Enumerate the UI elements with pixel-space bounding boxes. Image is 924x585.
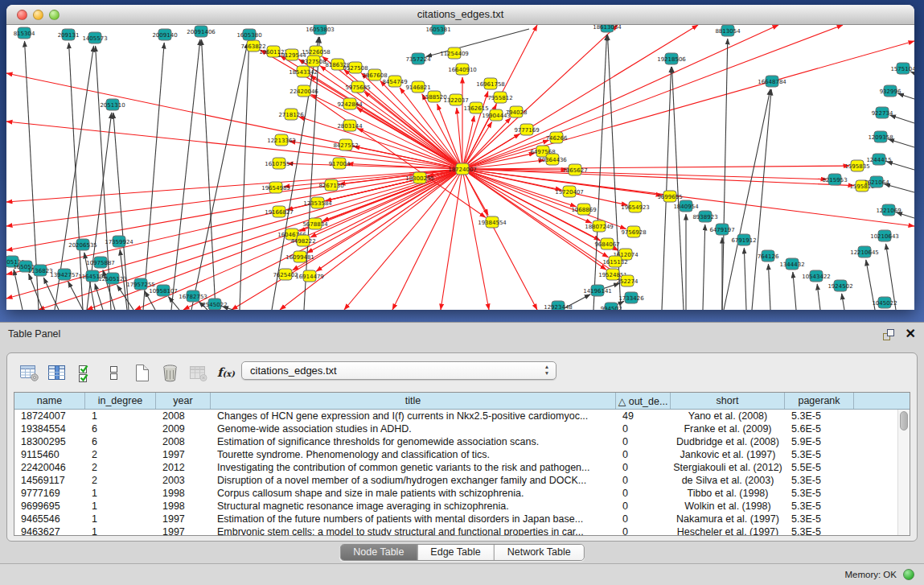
cell-out-de-[interactable]: 0	[616, 448, 671, 461]
graph-node[interactable]: 1209358	[868, 131, 893, 142]
graph-edge[interactable]	[703, 225, 705, 310]
graph-edge[interactable]	[191, 43, 248, 310]
cell-in-degree[interactable]: 2	[85, 461, 156, 474]
graph-node[interactable]: 19654923	[621, 201, 650, 212]
graph-node[interactable]: 1068869	[571, 204, 596, 215]
cell-out-de-[interactable]: 0	[616, 461, 671, 474]
column-header-in-degree[interactable]: in_degree	[85, 393, 156, 409]
cell-name[interactable]: 18724007	[14, 410, 85, 422]
graph-node[interactable]: 16099481	[285, 251, 314, 262]
cell-pagerank[interactable]: 5.3E-5	[785, 500, 854, 513]
table-row[interactable]: 946554611997Estimation of the future num…	[14, 513, 910, 525]
cell-year[interactable]: 2003	[156, 474, 211, 487]
window-titlebar[interactable]: citations_edges.txt	[6, 5, 914, 25]
graph-edge[interactable]	[6, 169, 462, 299]
graph-node[interactable]: 922734	[872, 107, 893, 118]
graph-edge[interactable]	[462, 169, 827, 179]
graph-node[interactable]: 932996	[880, 85, 901, 97]
graph-node[interactable]: 16107554	[265, 158, 294, 169]
cell-out-de-[interactable]: 0	[616, 500, 671, 513]
cell-year[interactable]: 2009	[156, 422, 211, 435]
graph-edge[interactable]	[69, 43, 83, 310]
cell-short[interactable]: Jankovic et al. (1997)	[671, 448, 785, 461]
memory-status-indicator[interactable]	[903, 569, 914, 580]
cell-out-de-[interactable]: 49	[616, 410, 671, 422]
graph-node[interactable]: 7955812	[487, 92, 512, 103]
cell-in-degree[interactable]: 6	[85, 435, 156, 448]
graph-edge[interactable]	[744, 248, 746, 310]
graph-node[interactable]: 764126	[758, 250, 779, 262]
cell-pagerank[interactable]: 5.9E-5	[785, 435, 854, 448]
cell-short[interactable]: Dudbridge et al. (2008)	[671, 435, 785, 448]
graph-node[interactable]: 10975887	[86, 257, 115, 268]
cell-pagerank[interactable]: 5.3E-5	[785, 448, 854, 461]
cell-title[interactable]: Estimation of the future numbers of pati…	[211, 513, 616, 525]
cell-in-degree[interactable]: 1	[85, 500, 156, 513]
cell-name[interactable]: 9463627	[14, 525, 85, 536]
graph-node[interactable]: 1840954	[673, 200, 699, 212]
cell-name[interactable]: 19384554	[14, 422, 85, 435]
table-row[interactable]: 1938455462009Genome-wide association stu…	[14, 422, 910, 435]
tab-network-table[interactable]: Network Table	[495, 545, 584, 560]
cell-title[interactable]: Changes of HCN gene expression and I(f) …	[211, 410, 616, 422]
graph-edge[interactable]	[722, 39, 728, 310]
graph-node[interactable]: 12923448	[544, 301, 573, 310]
cell-name[interactable]: 9777169	[14, 487, 85, 500]
graph-node[interactable]: 22420046	[290, 85, 318, 97]
cell-pagerank[interactable]: 5.3E-5	[785, 525, 854, 536]
cell-in-degree[interactable]: 1	[85, 487, 156, 500]
cell-short[interactable]: Yano et al. (2008)	[671, 410, 785, 422]
graph-node[interactable]: 7357224	[405, 53, 431, 64]
show-column-icon[interactable]	[47, 360, 68, 385]
column-header-out-de-[interactable]: △ out_de...	[616, 393, 671, 409]
graph-node[interactable]: 815304	[14, 27, 35, 39]
graph-edge[interactable]	[6, 169, 462, 226]
graph-edge[interactable]	[143, 43, 164, 310]
cell-pagerank[interactable]: 5.3E-5	[785, 513, 854, 525]
graph-node[interactable]: 14196141	[583, 285, 612, 296]
cell-name[interactable]: 18300295	[14, 435, 85, 448]
graph-node[interactable]: 1045022	[872, 297, 897, 308]
column-header-pagerank[interactable]: pagerank	[785, 393, 854, 409]
graph-node[interactable]: 6479197	[709, 224, 734, 235]
cell-title[interactable]: Estimation of significance thresholds fo…	[211, 435, 616, 448]
cell-out-de-[interactable]: 0	[616, 422, 671, 435]
cell-title[interactable]: Genome-wide association studies in ADHD.	[211, 422, 616, 435]
table-scrollbar[interactable]	[897, 410, 910, 535]
graph-edge[interactable]	[310, 76, 462, 169]
cell-title[interactable]: Disruption of a novel member of a sodium…	[211, 474, 616, 487]
cell-year[interactable]: 2012	[156, 461, 211, 474]
graph-node[interactable]: 2718126	[278, 109, 304, 120]
graph-edge[interactable]	[671, 67, 684, 310]
cell-year[interactable]: 1997	[156, 525, 211, 536]
close-panel-icon[interactable]: ✕	[906, 326, 916, 341]
graph-node[interactable]: 8938923	[692, 211, 717, 222]
tab-node-table[interactable]: Node Table	[340, 545, 417, 560]
graph-node[interactable]: 1244415	[866, 154, 891, 165]
cell-in-degree[interactable]: 1	[85, 513, 156, 525]
graph-node[interactable]: 20091406	[187, 26, 216, 37]
float-panel-icon[interactable]	[882, 328, 897, 341]
graph-node[interactable]: 8215953	[822, 174, 847, 185]
network-window[interactable]: citations_edges.txt 18724007271812612213…	[6, 5, 914, 310]
cell-in-degree[interactable]: 2	[85, 474, 156, 487]
graph-edge[interactable]	[462, 166, 849, 169]
cell-out-de-[interactable]: 0	[616, 474, 671, 487]
cell-short[interactable]: de Silva et al. (2003)	[671, 474, 785, 487]
graph-node[interactable]: 2009140	[152, 29, 177, 40]
graph-node[interactable]: 19218506	[657, 53, 686, 64]
scrollbar-thumb[interactable]	[900, 411, 908, 431]
graph-edge[interactable]	[14, 270, 23, 310]
cell-year[interactable]: 2008	[156, 435, 211, 448]
table-row[interactable]: 946362711997Embryonic stem cells: a mode…	[14, 525, 910, 536]
cell-in-degree[interactable]: 1	[85, 525, 156, 536]
graph-node[interactable]: 17359924	[105, 236, 133, 247]
cell-short[interactable]: Tibbo et al. (1998)	[671, 487, 785, 500]
graph-node[interactable]: 10543422	[802, 270, 831, 282]
tab-edge-table[interactable]: Edge Table	[417, 545, 494, 560]
graph-edge[interactable]	[43, 278, 59, 310]
table-row[interactable]: 1830029562008Estimation of significance …	[14, 435, 910, 448]
graph-node[interactable]: 746266	[546, 132, 568, 143]
graph-edge[interactable]	[168, 297, 179, 310]
graph-node[interactable]: 1221069	[876, 204, 901, 216]
